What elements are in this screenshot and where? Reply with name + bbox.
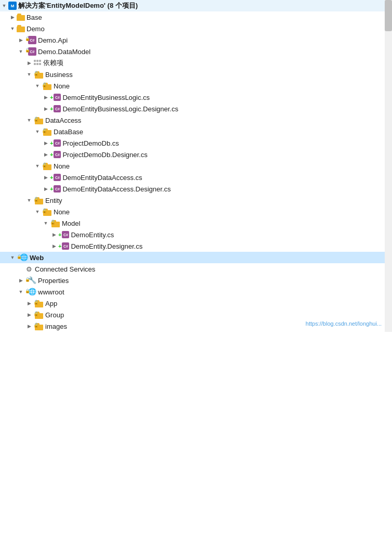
expand-icon[interactable]: [33, 82, 42, 90]
svg-rect-5: [34, 63, 36, 65]
expand-icon[interactable]: [25, 196, 33, 204]
expand-icon[interactable]: [8, 24, 17, 33]
solution-icon: M: [8, 2, 17, 10]
plus-csharp-icon: +C#: [50, 139, 61, 147]
tree-item-group[interactable]: 🔒Group: [0, 309, 392, 320]
tree-item-label: DemoEntityBusinessLogic.cs: [62, 94, 150, 101]
tree-item-label: Group: [45, 311, 64, 319]
tree-item-connected-services[interactable]: ⚙Connected Services: [0, 263, 392, 275]
tree-item-app[interactable]: 🔒App: [0, 298, 392, 309]
expand-icon[interactable]: [17, 288, 25, 296]
tree-item-label: DataBase: [54, 128, 83, 136]
tree-item-demo-datamodel[interactable]: 🔒C#Demo.DataModel: [0, 46, 392, 57]
tree-item-solution[interactable]: M解决方案'EntityModelDemo' (8 个项目): [0, 0, 392, 11]
tree-item-label: 解决方案'EntityModelDemo' (8 个项目): [18, 1, 138, 10]
svg-text:M: M: [11, 4, 15, 8]
folder-icon: [17, 24, 25, 33]
tree-item-entity[interactable]: 🔒Entity: [0, 195, 392, 206]
tree-item-label: 依赖项: [43, 58, 63, 68]
expand-icon[interactable]: [8, 253, 17, 262]
expand-icon[interactable]: [25, 116, 33, 124]
lock-folder-icon: 🔒: [33, 299, 44, 307]
expand-icon[interactable]: [0, 2, 8, 10]
tree-item-file-da[interactable]: +C#DemoEntityDataAccess.cs: [0, 172, 392, 183]
tree-item-base[interactable]: Base: [0, 11, 392, 23]
expand-icon[interactable]: [25, 70, 33, 79]
expand-icon[interactable]: [42, 150, 50, 159]
expand-icon[interactable]: [33, 127, 42, 136]
lock-folder-icon: 🔒: [33, 70, 44, 79]
tree-item-database[interactable]: 🔒DataBase: [0, 126, 392, 137]
tree-item-file-da-d[interactable]: +C#DemoEntityDataAccess.Designer.cs: [0, 183, 392, 195]
lock-globe-icon: 🔒🌐: [17, 253, 28, 262]
tree-item-label: Base: [27, 14, 42, 21]
tree-item-properties[interactable]: 🔒🔧Properties: [0, 275, 392, 286]
tree-item-business[interactable]: 🔒Business: [0, 69, 392, 80]
dependencies-icon: [33, 59, 42, 67]
plus-csharp-icon: +C#: [50, 151, 61, 158]
tree-item-file-db-d[interactable]: +C#ProjectDemoDb.Designer.cs: [0, 149, 392, 160]
lock-folder-icon: 🔒: [42, 127, 52, 136]
tree-item-label: DemoEntity.Designer.cs: [71, 242, 142, 250]
tree-item-label: DemoEntity.cs: [71, 231, 114, 239]
svg-rect-3: [36, 60, 38, 62]
expand-icon[interactable]: [25, 59, 33, 67]
expand-icon[interactable]: [42, 173, 50, 182]
scrollbar-thumb[interactable]: [385, 0, 392, 31]
tree-item-entity-model[interactable]: 🔒Model: [0, 217, 392, 229]
expand-icon[interactable]: [42, 219, 50, 227]
expand-icon[interactable]: [50, 242, 58, 250]
tree-item-demo-api[interactable]: 🔒C#Demo.Api: [0, 34, 392, 46]
tree-item-wwwroot[interactable]: 🔒🌐wwwroot: [0, 286, 392, 298]
tree-item-file-entity-d[interactable]: +C#DemoEntity.Designer.cs: [0, 240, 392, 252]
expand-icon[interactable]: [17, 47, 25, 56]
expand-icon[interactable]: [17, 36, 25, 44]
tree-item-file-db[interactable]: +C#ProjectDemoDb.cs: [0, 137, 392, 149]
connected-services-icon: ⚙: [25, 265, 33, 273]
expand-icon[interactable]: [42, 93, 50, 101]
tree-item-deps[interactable]: 依赖项: [0, 57, 392, 69]
expand-icon[interactable]: [25, 299, 33, 307]
tree-item-label: Business: [45, 71, 73, 79]
tree-item-label: DemoEntityDataAccess.cs: [62, 174, 142, 182]
tree-item-label: None: [54, 208, 70, 216]
expand-icon[interactable]: [42, 139, 50, 147]
scrollbar-track[interactable]: [385, 0, 392, 332]
tree-item-label: None: [54, 162, 70, 170]
expand-icon[interactable]: [17, 276, 25, 285]
expand-icon[interactable]: [8, 13, 17, 21]
expand-icon[interactable]: [33, 162, 42, 170]
solution-explorer: M解决方案'EntityModelDemo' (8 个项目)BaseDemo🔒C…: [0, 0, 392, 332]
lock-folder-icon: 🔒: [50, 219, 60, 227]
tree-item-business-none[interactable]: 🔒None: [0, 80, 392, 92]
svg-rect-7: [39, 63, 41, 65]
lock-folder-icon: 🔒: [42, 208, 52, 216]
svg-rect-4: [39, 60, 41, 62]
tree-item-demo[interactable]: Demo: [0, 23, 392, 34]
tree-item-label: Demo: [27, 25, 45, 33]
tree-item-label: images: [45, 323, 67, 330]
expand-icon[interactable]: [25, 322, 33, 330]
tree-item-file-bl[interactable]: +C#DemoEntityBusinessLogic.cs: [0, 92, 392, 103]
tree-item-label: ProjectDemoDb.Designer.cs: [62, 151, 147, 159]
tree-item-dataaccess[interactable]: 🔒DataAccess: [0, 114, 392, 126]
tree-item-da-none[interactable]: 🔒None: [0, 160, 392, 172]
expand-icon[interactable]: [42, 105, 50, 113]
plus-csharp-icon: +C#: [50, 94, 61, 101]
tree-item-label: Demo.Api: [38, 36, 68, 44]
tree-item-label: DemoEntityDataAccess.Designer.cs: [62, 185, 171, 193]
expand-icon[interactable]: [42, 185, 50, 193]
tree-item-web[interactable]: 🔒🌐Web: [0, 252, 392, 263]
tree-item-entity-none[interactable]: 🔒None: [0, 206, 392, 217]
tree-item-file-entity[interactable]: +C#DemoEntity.cs: [0, 229, 392, 240]
tree-item-label: Web: [30, 254, 44, 262]
tree-item-label: Demo.DataModel: [38, 48, 90, 56]
tree-item-label: Connected Services: [35, 265, 95, 273]
svg-rect-2: [34, 60, 36, 62]
expand-icon[interactable]: [33, 208, 42, 216]
tree-item-label: Properties: [38, 277, 69, 285]
tree-item-file-bl-d[interactable]: +C#DemoEntityBusinessLogic.Designer.cs: [0, 103, 392, 114]
expand-icon[interactable]: [50, 230, 58, 239]
expand-icon[interactable]: [25, 311, 33, 319]
lock-globe-icon: 🔒🌐: [25, 288, 36, 296]
